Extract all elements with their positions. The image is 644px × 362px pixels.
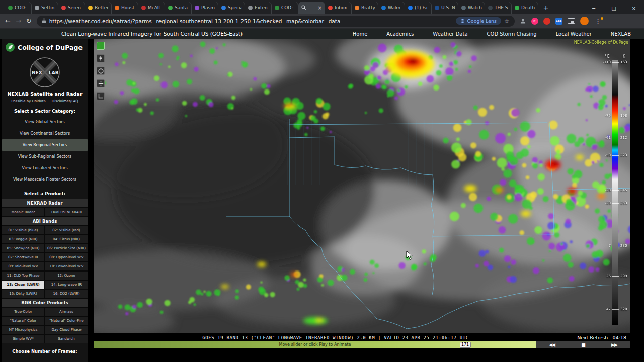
browser-tab[interactable]: Better: [85, 2, 112, 14]
browser-tab[interactable]: (1) Fa: [405, 2, 432, 14]
product-cell[interactable]: "Natural" Color-Fire: [45, 316, 88, 325]
refresh-button[interactable]: ↻: [26, 18, 32, 24]
browser-tab[interactable]: McAll: [138, 2, 165, 14]
product-cell[interactable]: 08: Upper-level WV: [45, 253, 88, 262]
browser-tab[interactable]: Specia: [218, 2, 245, 14]
browser-tab[interactable]: U.S. N: [432, 2, 458, 14]
browser-tab[interactable]: THE S: [485, 2, 512, 14]
browser-tab[interactable]: Plasm: [192, 2, 218, 14]
product-cell[interactable]: 09: Mid-level WV: [2, 262, 45, 271]
browser-tab[interactable]: ×: [298, 2, 325, 14]
browser-menu-icon[interactable]: ⋮: [594, 18, 603, 25]
product-cell[interactable]: "Natural" Color: [2, 316, 45, 325]
minimize-button[interactable]: ─: [584, 2, 604, 15]
tab-title: Houst: [121, 5, 134, 10]
globe-icon[interactable]: [97, 67, 105, 75]
stop-button[interactable]: ■: [581, 342, 585, 347]
browser-tab[interactable]: Settin: [32, 2, 58, 14]
sector-button[interactable]: View Sub-Regional Sectors: [2, 151, 88, 162]
product-cell[interactable]: 10: Lower-level WV: [45, 262, 88, 271]
forward-button[interactable]: →: [16, 18, 21, 24]
product-cell[interactable]: 01: Visible (blue): [2, 226, 45, 235]
browser-tab[interactable]: Inbox: [325, 2, 352, 14]
ruler-icon[interactable]: [97, 92, 105, 100]
product-cell[interactable]: Dual Pol NEXRAD: [45, 208, 88, 217]
sector-button[interactable]: View Mesoscale Floater Sectors: [2, 174, 88, 186]
profile-avatar[interactable]: [580, 17, 589, 25]
new-tab-button[interactable]: +: [540, 2, 551, 13]
product-cell[interactable]: 04: Cirrus (NIR): [45, 235, 88, 244]
window-controls: ─□×: [584, 2, 644, 15]
product-cell[interactable]: 07: Shortwave IR: [2, 253, 45, 262]
browser-tab[interactable]: Watch: [458, 2, 485, 14]
sector-button[interactable]: View Regional Sectors: [2, 139, 88, 151]
back-button[interactable]: ←: [5, 18, 11, 24]
pan-arrows-icon[interactable]: [97, 79, 105, 87]
browser-tab[interactable]: Santa: [165, 2, 192, 14]
tab-favicon-icon: [461, 6, 466, 10]
slider-handle[interactable]: 171: [460, 342, 471, 348]
sector-button[interactable]: View Global Sectors: [2, 116, 88, 128]
extension-fandom-icon[interactable]: F: [531, 18, 538, 25]
zoom-slider-button[interactable]: [97, 54, 105, 62]
nav-home[interactable]: Home: [353, 31, 368, 37]
satellite-map[interactable]: NEXLAB-College of DuPage °C K -110163-75…: [94, 39, 630, 333]
browser-tab[interactable]: Seren: [58, 2, 85, 14]
cod-brand[interactable]: College of DuPage: [2, 39, 88, 54]
product-cell[interactable]: Sandwich: [45, 334, 88, 343]
product-cell[interactable]: 06: Particle Size (NIR): [45, 244, 88, 253]
google-lens-button[interactable]: Google Lens: [456, 17, 501, 25]
nav-academics[interactable]: Academics: [386, 31, 414, 37]
nav-nexlab[interactable]: NEXLAB: [611, 31, 631, 37]
rgb-heading: RGB Color Products: [2, 298, 88, 307]
selection-swatch-button[interactable]: [97, 42, 105, 50]
product-cell[interactable]: Day Cloud Phase: [45, 325, 88, 334]
animation-slider[interactable]: Move slider or click Play to Animate 171: [94, 341, 536, 348]
browser-tab[interactable]: Death: [512, 2, 538, 14]
animation-bar: Move slider or click Play to Animate 171…: [94, 341, 630, 348]
bookmark-star-icon[interactable]: ☆: [504, 18, 510, 25]
product-cell[interactable]: 15: Dirty (LWIR): [2, 289, 45, 298]
product-cell[interactable]: Mosaic Radar: [2, 208, 45, 217]
product-cell[interactable]: 03: Veggie (NIR): [2, 235, 45, 244]
browser-tab[interactable]: Exten: [245, 2, 272, 14]
browser-tab[interactable]: Bratty: [352, 2, 378, 14]
step-forward-button[interactable]: ▶▶: [611, 342, 617, 347]
close-button[interactable]: ×: [624, 2, 644, 15]
browser-tab[interactable]: COD:: [5, 2, 32, 14]
product-cell[interactable]: Airmass: [45, 307, 88, 316]
nav-cod-storm-chasing[interactable]: COD Storm Chasing: [487, 31, 537, 37]
browser-tab[interactable]: COD:: [272, 2, 298, 14]
product-cell[interactable]: NT Microphysics: [2, 325, 45, 334]
nav-weather-data[interactable]: Weather Data: [433, 31, 467, 37]
product-cell[interactable]: Simple WV*: [2, 334, 45, 343]
disclaimer-link[interactable]: Disclaimer/FAQ: [52, 99, 78, 103]
picture-in-picture-icon[interactable]: [568, 18, 575, 24]
maximize-button[interactable]: □: [604, 2, 624, 15]
product-cell[interactable]: 02: Visible (red): [45, 226, 88, 235]
colorbar-unit-kelvin: K: [623, 54, 625, 59]
product-cell[interactable]: 16: CO2 (LWIR): [45, 289, 88, 298]
nav-local-weather[interactable]: Local Weather: [556, 31, 592, 37]
product-cell[interactable]: 14: Long-wave IR: [45, 280, 88, 289]
product-cell[interactable]: 11: CLD Top Phase: [2, 271, 45, 280]
product-cell[interactable]: 12: Ozone: [45, 271, 88, 280]
tab-close-icon[interactable]: ×: [318, 5, 322, 11]
profile-sync-icon[interactable]: [520, 18, 526, 24]
site-info-lock-icon[interactable]: [42, 18, 46, 24]
step-back-button[interactable]: ◀◀: [549, 342, 555, 347]
sector-button[interactable]: View Continental Sectors: [2, 128, 88, 139]
sector-button[interactable]: View Localized Sectors: [2, 162, 88, 174]
extension-abp-icon[interactable]: ABP: [555, 18, 562, 25]
tab-favicon-icon: [35, 6, 39, 10]
product-cell[interactable]: 13: Clean (LWIR): [2, 280, 45, 289]
browser-tab[interactable]: Walm: [378, 2, 405, 14]
update-dot: [601, 17, 603, 20]
product-cell[interactable]: True-Color: [2, 307, 45, 316]
extension-adblock-icon[interactable]: [543, 18, 550, 25]
product-cell[interactable]: 05: Snow/Ice (NIR): [2, 244, 45, 253]
caption-bar: GOES-19 BAND 13 ("CLEAN" LONGWAVE INFRAR…: [94, 334, 630, 341]
unidata-link[interactable]: Possible by Unidata: [11, 99, 46, 103]
address-bar[interactable]: https://weather.cod.edu/satrad/?parms=re…: [37, 16, 515, 27]
browser-tab[interactable]: Houst: [112, 2, 138, 14]
